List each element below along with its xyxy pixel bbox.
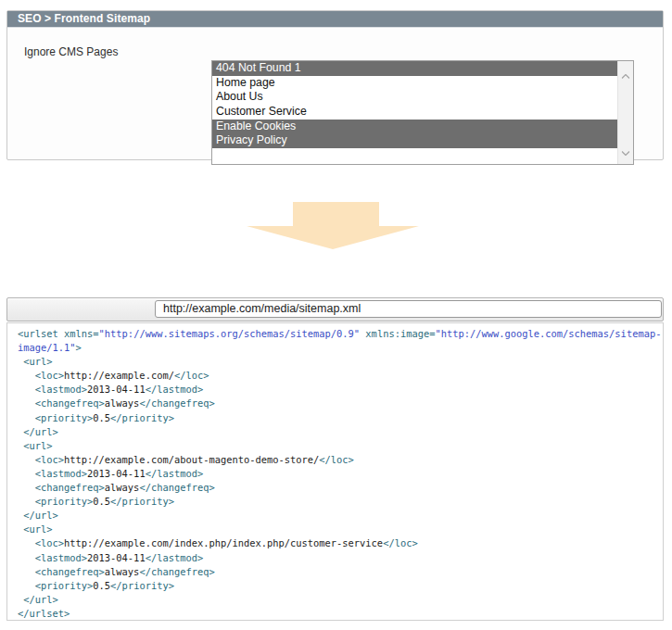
xml-token: 0.5	[93, 412, 110, 423]
xml-line: <priority>0.5</priority>	[18, 411, 663, 425]
xml-token: <url>	[18, 440, 53, 451]
xml-token: <loc>	[18, 370, 64, 381]
xml-token: 2013-04-11	[87, 468, 146, 479]
cms-pages-multiselect[interactable]: 404 Not Found 1Home pageAbout UsCustomer…	[211, 60, 634, 165]
xml-token: <priority>	[18, 580, 93, 591]
xml-token: <changefreq>	[18, 397, 105, 409]
xml-line: </url>	[18, 593, 663, 607]
xml-token: "http://www.google.com/schemas/sitemap-	[435, 328, 661, 339]
multiselect-option[interactable]: Privacy Policy	[212, 133, 617, 148]
xml-line: <url>	[18, 355, 663, 369]
ignore-cms-pages-label: Ignore CMS Pages	[24, 45, 118, 58]
xml-token: </loc>	[319, 454, 354, 465]
xml-line: </url>	[18, 509, 663, 523]
xml-token: http://example.com/index.php/index.php/c…	[64, 537, 383, 548]
xml-token: 2013-04-11	[87, 552, 146, 563]
xml-token: >	[76, 342, 82, 353]
xml-token: <lastmod>	[18, 552, 87, 563]
xml-token: "http://www.sitemaps.org/schemas/sitemap…	[99, 328, 361, 339]
xml-line: <changefreq>always</changefreq>	[18, 397, 663, 410]
xml-line: </urlset>	[18, 607, 663, 621]
xml-token: </url>	[18, 426, 58, 437]
xml-token: </changefreq>	[139, 482, 214, 493]
xml-token: <lastmod>	[18, 384, 87, 395]
xml-token: </loc>	[174, 370, 209, 381]
xml-token: <url>	[18, 356, 53, 367]
xml-token: image/1.1"	[18, 342, 76, 353]
xml-token: <loc>	[18, 454, 64, 465]
xml-token: 0.5	[93, 580, 110, 591]
xml-token: always	[105, 482, 140, 493]
xml-line: <priority>0.5</priority>	[18, 579, 663, 593]
xml-line: <loc>http://example.com/</loc>	[18, 369, 663, 383]
xml-line: <changefreq>always</changefreq>	[18, 481, 663, 495]
xml-line: <lastmod>2013-04-11</lastmod>	[18, 383, 663, 397]
xml-line: <changefreq>always</changefreq>	[18, 565, 663, 579]
xml-line: <priority>0.5</priority>	[18, 495, 663, 509]
url-input[interactable]: http://example.com/media/sitemap.xml	[155, 300, 662, 318]
xml-token: </lastmod>	[146, 384, 204, 395]
multiselect-option[interactable]: Home page	[212, 76, 617, 91]
multiselect-option[interactable]: 404 Not Found 1	[212, 61, 617, 76]
panel-title: SEO > Frontend Sitemap	[18, 12, 150, 25]
xml-token: </lastmod>	[146, 552, 204, 563]
xml-token: </changefreq>	[139, 397, 214, 409]
xml-line: <loc>http://example.com/about-magento-de…	[18, 453, 663, 467]
panel-body: Ignore CMS Pages 404 Not Found 1Home pag…	[7, 28, 663, 160]
xml-token: </changefreq>	[139, 566, 214, 577]
xml-line: <url>	[18, 439, 663, 453]
multiselect-option[interactable]: About Us	[212, 90, 617, 105]
xml-token: </loc>	[383, 537, 418, 548]
xml-viewer: <urlset xmlns="http://www.sitemaps.org/s…	[6, 322, 664, 621]
xml-token: http://example.com/	[64, 370, 174, 381]
scroll-up-icon[interactable]	[622, 66, 630, 82]
xml-token: <lastmod>	[18, 468, 87, 479]
xml-line: <loc>http://example.com/index.php/index.…	[18, 536, 663, 550]
xml-line: </url>	[18, 425, 663, 439]
multiselect-scrollbar[interactable]	[617, 61, 633, 164]
xml-token: </priority>	[110, 580, 174, 591]
xml-token: xmlns:image=	[360, 328, 435, 339]
xml-line: image/1.1">	[18, 341, 663, 355]
xml-token: <url>	[18, 523, 53, 535]
cms-pages-options: 404 Not Found 1Home pageAbout UsCustomer…	[212, 61, 617, 164]
xml-token: <priority>	[18, 496, 93, 507]
xml-token: http://example.com/about-magento-demo-st…	[64, 454, 319, 465]
xml-token: always	[105, 566, 140, 577]
xml-token: </urlset>	[18, 608, 70, 619]
xml-token: always	[105, 397, 140, 409]
xml-token: <changefreq>	[18, 566, 105, 577]
xml-token: <loc>	[18, 537, 64, 548]
xml-token: <changefreq>	[18, 482, 105, 493]
xml-token: 0.5	[93, 496, 110, 507]
xml-token: </url>	[18, 510, 58, 521]
xml-token: 2013-04-11	[87, 384, 146, 395]
xml-token: <priority>	[18, 412, 93, 423]
scroll-down-icon[interactable]	[622, 143, 630, 159]
xml-token: </lastmod>	[146, 468, 204, 479]
xml-token: <urlset xmlns=	[18, 328, 99, 339]
seo-config-panel: SEO > Frontend Sitemap Ignore CMS Pages …	[6, 10, 664, 160]
multiselect-option[interactable]: Enable Cookies	[212, 120, 617, 134]
browser-toolbar: http://example.com/media/sitemap.xml	[6, 297, 664, 321]
xml-token: </url>	[18, 594, 58, 605]
xml-line: <url>	[18, 523, 663, 536]
down-arrow-icon	[247, 202, 419, 249]
xml-line: <urlset xmlns="http://www.sitemaps.org/s…	[18, 327, 663, 341]
xml-line: <lastmod>2013-04-11</lastmod>	[18, 551, 663, 565]
xml-token: </priority>	[110, 412, 174, 423]
multiselect-option[interactable]: Customer Service	[212, 105, 617, 120]
xml-line: <lastmod>2013-04-11</lastmod>	[18, 467, 663, 481]
panel-header: SEO > Frontend Sitemap	[7, 11, 663, 28]
xml-token: </priority>	[110, 496, 174, 507]
page: SEO > Frontend Sitemap Ignore CMS Pages …	[0, 0, 672, 630]
